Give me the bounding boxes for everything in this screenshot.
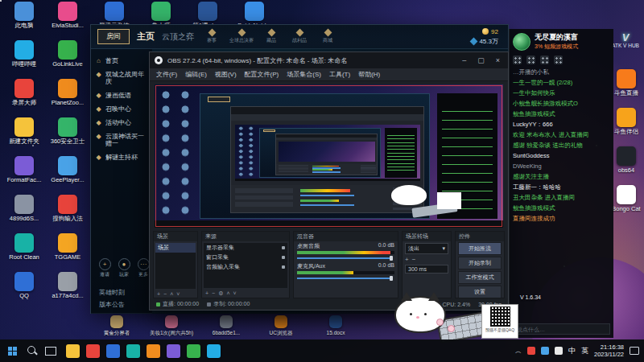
- tab-home[interactable]: 主页: [137, 31, 155, 43]
- menu-scene-collection[interactable]: 场景集合(S): [287, 70, 321, 79]
- search-icon[interactable]: [24, 345, 42, 356]
- start-streaming-button[interactable]: 开始推流: [458, 242, 502, 255]
- desktop-icon[interactable]: Root Clean: [3, 233, 45, 272]
- menu-tools[interactable]: 工具(T): [329, 70, 350, 79]
- ime-english-indicator[interactable]: 英: [581, 346, 588, 356]
- transition-duration[interactable]: 300 ms: [405, 265, 448, 274]
- desktop-icon[interactable]: TGGAME: [47, 233, 89, 272]
- desktop-icon[interactable]: UC浏览器: [258, 315, 304, 336]
- tray-icon[interactable]: [541, 347, 549, 355]
- sidebar-item-event[interactable]: ◆双城之战周年庆: [91, 68, 152, 88]
- tab-tft[interactable]: 云顶之弈: [162, 31, 194, 43]
- tray-chevron-icon[interactable]: ︿: [515, 347, 522, 356]
- scene-down-button[interactable]: ˅: [176, 291, 180, 297]
- desktop-icon[interactable]: 斗鱼直播: [609, 69, 644, 97]
- desktop-icon[interactable]: a177a4cd...: [47, 272, 89, 311]
- desktop-icon[interactable]: 美妆1次(周六共5h): [148, 315, 195, 336]
- desktop-icon[interactable]: EiviaStudi...: [47, 2, 89, 40]
- nav-worlds[interactable]: 全球总决赛: [229, 30, 254, 44]
- taskbar-app-icon[interactable]: [187, 344, 200, 358]
- desktop-icon[interactable]: FormatFac...: [3, 156, 45, 195]
- taskbar-clock[interactable]: 21:16:38 2023/11/22: [594, 343, 624, 358]
- source-item[interactable]: 窗口采集: [204, 253, 287, 262]
- desktop-icon[interactable]: PlanetZoo...: [47, 79, 89, 117]
- gift-tab-icon[interactable]: [540, 56, 549, 64]
- desktop-icon[interactable]: 新建文件夹: [3, 117, 45, 156]
- desktop-icon[interactable]: GeePlayer...: [47, 156, 89, 195]
- scene-up-button[interactable]: ˄: [170, 291, 173, 297]
- invite-button[interactable]: +邀请: [97, 258, 112, 278]
- taskbar-app-icon[interactable]: [86, 344, 100, 358]
- add-source-button[interactable]: +: [205, 290, 208, 297]
- tray-icon[interactable]: [527, 347, 535, 355]
- desktop-icon[interactable]: QQ: [3, 272, 45, 311]
- remove-scene-button[interactable]: −: [163, 291, 167, 297]
- remove-source-button[interactable]: −: [212, 290, 215, 297]
- desktop-icon[interactable]: 哔哩哔哩: [3, 40, 45, 79]
- players-button[interactable]: ●玩家: [117, 258, 131, 278]
- lock-icon[interactable]: [282, 265, 285, 269]
- desktop-icon[interactable]: 搜狗输入法: [47, 195, 89, 233]
- close-button[interactable]: ×: [493, 56, 503, 64]
- obs-titlebar[interactable]: OBS 27.2.4 (64-bit, windows) - 配置文件: 未命名…: [150, 52, 508, 68]
- settings-tab-icon[interactable]: [554, 56, 563, 64]
- nav-collection[interactable]: 藏品: [261, 30, 282, 44]
- sidebar-item-tft-sale[interactable]: ◆云顶神话买一赠一: [91, 130, 152, 150]
- desktop-icon[interactable]: 录屏大师: [3, 79, 45, 117]
- highlights-link[interactable]: 英雄时刻: [99, 288, 125, 297]
- tray-icon[interactable]: [555, 347, 563, 355]
- nav-esports[interactable]: 赛事: [201, 30, 222, 44]
- taskbar-app-icon[interactable]: [126, 344, 140, 358]
- menu-view[interactable]: 视图(V): [215, 70, 237, 79]
- maximize-button[interactable]: ▢: [474, 56, 488, 64]
- desktop-icon[interactable]: obs64: [609, 146, 644, 174]
- taskbar-app-icon[interactable]: [147, 344, 160, 358]
- streamer-avatar[interactable]: [513, 33, 530, 51]
- source-down-button[interactable]: ˅: [233, 290, 237, 297]
- action-center-icon[interactable]: [630, 347, 639, 355]
- slider-knob[interactable]: [390, 256, 393, 261]
- obs-preview-canvas[interactable]: [155, 84, 503, 228]
- source-item[interactable]: 显示器采集: [204, 243, 287, 253]
- desktop-icon[interactable]: GoLinkLive: [47, 40, 89, 79]
- source-up-button[interactable]: ˄: [226, 290, 229, 297]
- desktop-icon[interactable]: 6badd5e1...: [203, 315, 250, 336]
- desktop-icon[interactable]: 斗鱼伴侣: [609, 108, 644, 135]
- source-properties-button[interactable]: ⚙: [218, 290, 223, 297]
- taskbar-app-icon[interactable]: [207, 344, 221, 358]
- nav-loot[interactable]: 战利品: [289, 30, 310, 44]
- lock-icon[interactable]: [282, 256, 285, 259]
- transition-select[interactable]: 淡出▾: [405, 243, 448, 254]
- chat-tab-icon[interactable]: [513, 56, 522, 64]
- room-button[interactable]: 房间: [97, 29, 130, 44]
- volume-slider[interactable]: [297, 275, 394, 281]
- menu-edit[interactable]: 编辑(E): [185, 70, 207, 79]
- sidebar-item-comic[interactable]: ◆漫画低语: [91, 88, 152, 102]
- desktop-icon[interactable]: 4899d6S...: [3, 195, 45, 233]
- taskbar-app-icon[interactable]: [167, 344, 180, 358]
- ime-chinese-indicator[interactable]: 中: [568, 346, 576, 356]
- sidebar-item-home[interactable]: ⌂首页: [91, 54, 152, 68]
- remove-transition-button[interactable]: −: [412, 256, 416, 263]
- essence-balance[interactable]: 45.3万: [471, 37, 498, 46]
- desktop-icon[interactable]: 15.docx: [312, 315, 359, 336]
- sidebar-item-puzzle[interactable]: ◆解谜主持杯: [91, 150, 152, 164]
- studio-mode-button[interactable]: 工作室模式: [458, 271, 502, 284]
- coin-balance[interactable]: 92: [482, 28, 498, 35]
- menu-help[interactable]: 帮助(H): [358, 70, 380, 79]
- desktop-icon[interactable]: 黄金分界者: [93, 315, 140, 336]
- start-recording-button[interactable]: 开始录制: [458, 257, 502, 269]
- add-scene-button[interactable]: +: [157, 291, 160, 297]
- desktop-icon[interactable]: Bongo Cat: [609, 185, 644, 212]
- menu-profile[interactable]: 配置文件(P): [245, 70, 279, 79]
- lock-icon[interactable]: [282, 246, 285, 249]
- menu-file[interactable]: 文件(F): [156, 70, 177, 79]
- minimize-button[interactable]: –: [459, 56, 469, 64]
- scene-item[interactable]: 场景: [155, 243, 196, 253]
- task-view-icon[interactable]: [45, 347, 56, 356]
- desktop-icon[interactable]: 此电脑: [3, 2, 45, 40]
- add-transition-button[interactable]: +: [405, 256, 409, 263]
- start-button[interactable]: [0, 347, 24, 356]
- patch-notes-link[interactable]: 版本公告: [99, 300, 125, 309]
- source-item[interactable]: 音频输入采集: [204, 262, 287, 272]
